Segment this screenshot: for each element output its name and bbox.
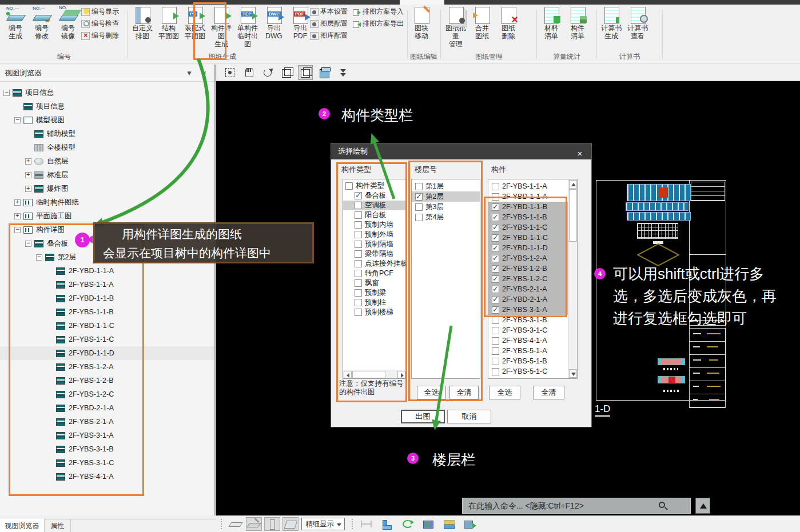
- checkbox[interactable]: [492, 255, 499, 262]
- component-item[interactable]: 2F-YBS-5-1-C: [488, 366, 568, 377]
- component-select-all-button[interactable]: 全选: [489, 386, 520, 399]
- tree-item[interactable]: 2F-YBS-1-1-B: [0, 305, 214, 319]
- component-item[interactable]: 2F-YBS-3-1-C: [488, 325, 568, 335]
- checkbox[interactable]: [415, 214, 423, 221]
- checkbox[interactable]: [492, 286, 499, 293]
- checkbox[interactable]: [492, 327, 499, 334]
- checkbox[interactable]: [492, 245, 499, 252]
- tree-item[interactable]: 爆炸图: [0, 182, 214, 195]
- checkbox[interactable]: [492, 275, 499, 283]
- component-type-item[interactable]: 预制内墙: [343, 220, 406, 230]
- component-list-button[interactable]: 构件 清单: [564, 5, 591, 41]
- component-type-item[interactable]: 预制外墙: [343, 230, 406, 239]
- tree-expander-icon[interactable]: [25, 158, 31, 165]
- component-item[interactable]: 2F-YBS-1-2-C: [488, 274, 568, 284]
- checkbox[interactable]: [355, 250, 362, 258]
- scroll-down-icon[interactable]: [569, 369, 577, 378]
- corner-tool-icon[interactable]: [380, 518, 395, 530]
- tree-expander-icon[interactable]: [25, 186, 31, 192]
- tree-expander-icon[interactable]: [14, 117, 21, 123]
- component-item[interactable]: 2F-YBS-1-2-B: [488, 263, 568, 274]
- component-item[interactable]: 2F-YBD-1-1-D: [488, 243, 568, 253]
- checkbox[interactable]: [492, 193, 499, 201]
- single-component-temp-drawing-button[interactable]: TEP 单构件 临时出图: [234, 5, 261, 49]
- rotate-tool-icon[interactable]: [400, 518, 415, 530]
- component-item[interactable]: 2F-YBS-1-2-A: [488, 253, 568, 263]
- floor-clear-all-button[interactable]: 全清: [449, 386, 479, 399]
- precast-plan-button[interactable]: PC 装配式 平面图: [182, 5, 208, 41]
- tree-expander-icon[interactable]: [14, 199, 21, 206]
- tree-item[interactable]: 2F-YBS-2-1-A: [0, 415, 214, 429]
- component-item[interactable]: 2F-YBS-3-1-B: [488, 315, 568, 325]
- tree-item[interactable]: 2F-YBS-1-2-C: [0, 387, 214, 401]
- component-item[interactable]: 2F-YBD-1-1-B: [488, 202, 568, 212]
- tree-expander-icon[interactable]: [3, 90, 10, 96]
- tree-item[interactable]: 2F-YBD-1-1-A: [0, 264, 214, 278]
- slab-tool-icon[interactable]: [228, 518, 243, 530]
- component-item[interactable]: 2F-YBS-5-1-A: [488, 346, 568, 356]
- tree-expander-icon[interactable]: [36, 254, 42, 261]
- checkbox[interactable]: [355, 231, 362, 238]
- display-mode-select[interactable]: 精细显示: [301, 518, 345, 530]
- checkbox[interactable]: [492, 224, 499, 231]
- tree-item[interactable]: 标准层: [0, 168, 214, 182]
- layout-scheme-export-button[interactable]: 排图方案导出: [352, 18, 404, 30]
- component-item[interactable]: 2F-YBD-2-1-A: [488, 294, 568, 305]
- checkbox[interactable]: [492, 203, 499, 211]
- floor-select-all-button[interactable]: 全选: [417, 386, 446, 399]
- tree-expander-icon[interactable]: [14, 227, 21, 233]
- tree-expander-icon[interactable]: [25, 241, 31, 247]
- horizontal-scrollbar[interactable]: [343, 370, 406, 378]
- orbit-icon[interactable]: [261, 66, 274, 79]
- tree-item[interactable]: 2F-YBD-2-1-A: [0, 401, 214, 415]
- component-type-item[interactable]: 预制隔墙: [343, 239, 406, 249]
- component-type-item[interactable]: 构件类型: [343, 181, 406, 191]
- layer-config-button[interactable]: 图层配置: [310, 18, 348, 30]
- tree-item[interactable]: 2F-YBS-1-2-A: [0, 360, 214, 374]
- column-tool-icon[interactable]: [265, 518, 280, 530]
- tree-item[interactable]: 辅助模型: [0, 127, 214, 141]
- floor-item[interactable]: 第4层: [412, 212, 480, 222]
- component-item[interactable]: 2F-YBS-4-1-A: [488, 335, 568, 346]
- component-item[interactable]: 2F-YBS-3-1-A: [488, 305, 568, 315]
- tree-item[interactable]: 自然层: [0, 154, 214, 168]
- checkbox[interactable]: [355, 211, 362, 219]
- checkbox[interactable]: [355, 202, 362, 209]
- tree-item[interactable]: 2F-YBD-1-1-D: [0, 346, 214, 360]
- scrollbar-thumb[interactable]: [569, 189, 577, 242]
- hidden-line-cube-icon[interactable]: [298, 66, 312, 79]
- calc-book-view-button[interactable]: 计算书 查看: [624, 5, 651, 41]
- checkbox[interactable]: [345, 182, 353, 190]
- floor-item[interactable]: 第2层: [412, 191, 480, 202]
- component-item[interactable]: 2F-YBS-5-1-B: [488, 356, 568, 366]
- calc-book-generate-button[interactable]: 计算书 生成: [598, 5, 624, 41]
- checkbox[interactable]: [492, 183, 499, 190]
- tree-item[interactable]: 2F-YBS-1-1-C: [0, 333, 214, 346]
- tree-item[interactable]: 2F-YBS-3-1-A: [0, 429, 214, 442]
- checkbox[interactable]: [355, 279, 362, 287]
- scroll-right-icon[interactable]: [397, 371, 405, 378]
- export-tool-icon[interactable]: [462, 518, 477, 530]
- tree-item[interactable]: 临时构件图纸: [0, 195, 214, 209]
- command-input[interactable]: 在此输入命令... <隐藏:Ctrl+F12>: [462, 498, 691, 514]
- drawing-delete-button[interactable]: 图纸 删除: [495, 5, 522, 41]
- tree-item[interactable]: 全楼模型: [0, 141, 214, 154]
- tree-expander-icon[interactable]: [14, 213, 21, 219]
- pan-icon[interactable]: [242, 66, 256, 79]
- component-type-item[interactable]: 预制楼梯: [343, 307, 406, 317]
- stack-tool-icon[interactable]: [441, 518, 456, 530]
- number-check-button[interactable]: 编号检查: [81, 18, 119, 30]
- ribbon-tab-strip[interactable]: [0, 0, 800, 5]
- wall-tool-icon[interactable]: [283, 518, 298, 530]
- tree-item[interactable]: 2F-YBS-3-1-C: [0, 456, 214, 470]
- component-detail-generate-button[interactable]: 构件详图 生成: [208, 5, 234, 49]
- tree-item[interactable]: 模型视图: [0, 113, 214, 127]
- checkbox[interactable]: [492, 296, 499, 303]
- checkbox[interactable]: [492, 337, 499, 345]
- drawing-batch-manage-button[interactable]: 图纸批量 管理: [443, 5, 469, 49]
- checkbox[interactable]: [492, 214, 499, 221]
- tree-item[interactable]: 2F-YBS-4-1-A: [0, 470, 214, 483]
- wireframe-cube-icon[interactable]: [280, 66, 293, 79]
- material-list-button[interactable]: 材料 清单: [538, 5, 564, 41]
- dimension-tool-icon[interactable]: [359, 518, 374, 530]
